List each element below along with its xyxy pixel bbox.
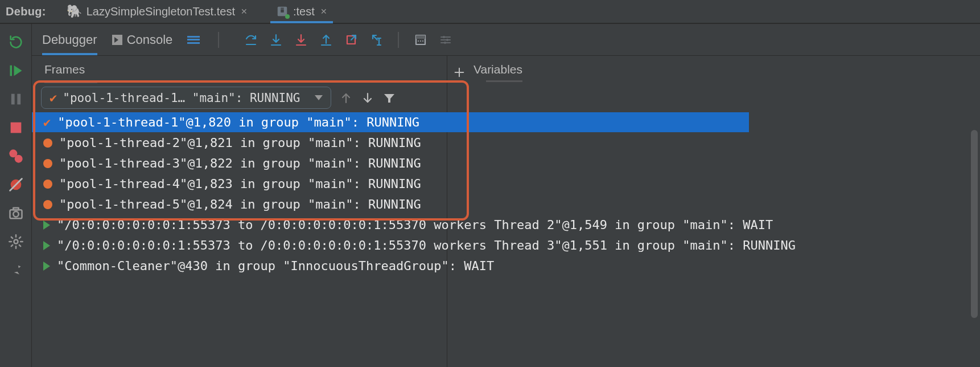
- run-to-cursor-button[interactable]: [369, 33, 383, 47]
- prev-frame-button[interactable]: [339, 91, 353, 105]
- frames-panel: Frames ✔ "pool-1-thread-1… "main": RUNNI…: [32, 56, 447, 367]
- step-into-button[interactable]: [269, 33, 283, 47]
- svg-point-7: [14, 155, 22, 163]
- check-icon: ✔: [50, 91, 57, 105]
- svg-rect-28: [416, 35, 425, 39]
- threads-icon[interactable]: [187, 36, 200, 44]
- thread-row[interactable]: "pool-1-thread-4"@1,823 in group "main":…: [32, 174, 749, 194]
- pin-button[interactable]: [8, 262, 24, 278]
- settings-button[interactable]: [8, 234, 24, 250]
- next-frame-button[interactable]: [361, 91, 374, 105]
- panels: Frames ✔ "pool-1-thread-1… "main": RUNNI…: [32, 56, 980, 367]
- pause-button[interactable]: [8, 91, 24, 107]
- thread-selector[interactable]: ✔ "pool-1-thread-1… "main": RUNNING: [41, 87, 331, 109]
- run-config-tab-lazy[interactable]: 🐘 LazySimpleSingletonTest.test ✕: [61, 1, 253, 22]
- run-config-tab-test[interactable]: :test ✕: [270, 1, 333, 22]
- svg-rect-5: [10, 123, 21, 133]
- thread-list: ✔"pool-1-thread-1"@1,820 in group "main"…: [32, 112, 447, 367]
- console-label: Console: [127, 32, 173, 47]
- camera-button[interactable]: [8, 205, 24, 221]
- thread-label: "/0:0:0:0:0:0:0:1:55373 to /0:0:0:0:0:0:…: [57, 238, 796, 252]
- separator: [218, 32, 219, 48]
- thread-label: "pool-1-thread-1"@1,820 in group "main":…: [57, 115, 419, 129]
- thread-row[interactable]: "/0:0:0:0:0:0:0:1:55373 to /0:0:0:0:0:0:…: [32, 235, 749, 255]
- close-icon[interactable]: ✕: [320, 7, 327, 16]
- variables-title: Variables: [473, 63, 522, 82]
- frames-title: Frames: [32, 56, 97, 83]
- tab-console[interactable]: Console: [112, 32, 173, 47]
- svg-rect-4: [17, 94, 20, 105]
- tab-label: LazySimpleSingletonTest.test: [87, 5, 235, 18]
- thread-row[interactable]: "Common-Cleaner"@430 in group "Innocuous…: [32, 256, 749, 276]
- thread-label: "/0:0:0:0:0:0:0:1:55373 to /0:0:0:0:0:0:…: [57, 218, 773, 232]
- play-triangle-icon: [43, 262, 50, 271]
- debug-body: Debugger Console: [0, 24, 980, 367]
- play-triangle-icon: [43, 241, 50, 250]
- svg-point-13: [14, 240, 18, 244]
- drop-frame-button[interactable]: [344, 33, 358, 47]
- evaluate-button[interactable]: [414, 33, 427, 47]
- gradle-icon: [276, 5, 289, 18]
- tab-debugger[interactable]: Debugger: [42, 32, 97, 47]
- breakpoint-dot-icon: [43, 200, 52, 209]
- thread-label: "pool-1-thread-2"@1,821 in group "main":…: [59, 136, 421, 150]
- separator: [398, 32, 399, 48]
- check-icon: ✔: [43, 115, 51, 129]
- thread-label: "pool-1-thread-5"@1,824 in group "main":…: [59, 197, 421, 211]
- svg-point-11: [13, 211, 18, 217]
- debugger-tabs-row: Debugger Console: [32, 24, 980, 56]
- thread-row[interactable]: "pool-1-thread-3"@1,822 in group "main":…: [32, 153, 749, 173]
- thread-selector-text: "pool-1-thread-1… "main": RUNNING: [63, 91, 300, 105]
- thread-label: "Common-Cleaner"@430 in group "Innocuous…: [57, 259, 494, 273]
- thread-label: "pool-1-thread-3"@1,822 in group "main":…: [59, 156, 421, 170]
- svg-line-23: [373, 35, 377, 40]
- add-watch-button[interactable]: [453, 66, 466, 79]
- thread-row[interactable]: "pool-1-thread-2"@1,821 in group "main":…: [32, 133, 749, 153]
- rerun-button[interactable]: [8, 34, 24, 50]
- breakpoint-dot-icon: [43, 180, 52, 189]
- step-over-button[interactable]: [244, 33, 258, 47]
- elephant-icon: 🐘: [67, 4, 82, 19]
- thread-selector-row: ✔ "pool-1-thread-1… "main": RUNNING: [32, 83, 447, 112]
- view-breakpoints-button[interactable]: [8, 148, 24, 164]
- svg-marker-40: [384, 94, 394, 103]
- force-step-into-button[interactable]: [294, 33, 308, 47]
- play-triangle-icon: [43, 221, 50, 230]
- chevron-down-icon: [315, 95, 323, 100]
- title-bar: Debug: 🐘 LazySimpleSingletonTest.test ✕ …: [0, 0, 980, 24]
- breakpoint-dot-icon: [43, 138, 52, 148]
- mute-breakpoints-button[interactable]: [8, 177, 24, 193]
- step-out-button[interactable]: [319, 33, 333, 47]
- filter-button[interactable]: [382, 91, 396, 105]
- svg-rect-3: [11, 94, 14, 105]
- debug-gutter: [0, 24, 32, 367]
- thread-label: "pool-1-thread-4"@1,823 in group "main":…: [59, 177, 421, 191]
- debug-main: Debugger Console: [32, 24, 980, 367]
- close-icon[interactable]: ✕: [241, 7, 248, 16]
- trace-settings-button[interactable]: [439, 33, 452, 47]
- stop-button[interactable]: [8, 120, 24, 136]
- thread-row[interactable]: "/0:0:0:0:0:0:0:1:55373 to /0:0:0:0:0:0:…: [32, 215, 749, 235]
- tab-label: :test: [293, 5, 315, 18]
- thread-row[interactable]: "pool-1-thread-5"@1,824 in group "main":…: [32, 194, 749, 214]
- svg-point-37: [444, 42, 446, 44]
- console-icon: [112, 35, 122, 45]
- svg-marker-2: [14, 66, 22, 76]
- svg-rect-12: [13, 208, 18, 210]
- svg-point-35: [443, 36, 445, 38]
- resume-button[interactable]: [8, 63, 24, 79]
- scrollbar-thumb[interactable]: [971, 130, 978, 318]
- svg-rect-1: [10, 66, 12, 76]
- svg-point-36: [446, 39, 448, 41]
- debug-label: Debug:: [6, 5, 46, 18]
- breakpoint-dot-icon: [43, 159, 52, 168]
- step-toolbar: [244, 32, 452, 48]
- thread-row[interactable]: ✔"pool-1-thread-1"@1,820 in group "main"…: [32, 112, 749, 132]
